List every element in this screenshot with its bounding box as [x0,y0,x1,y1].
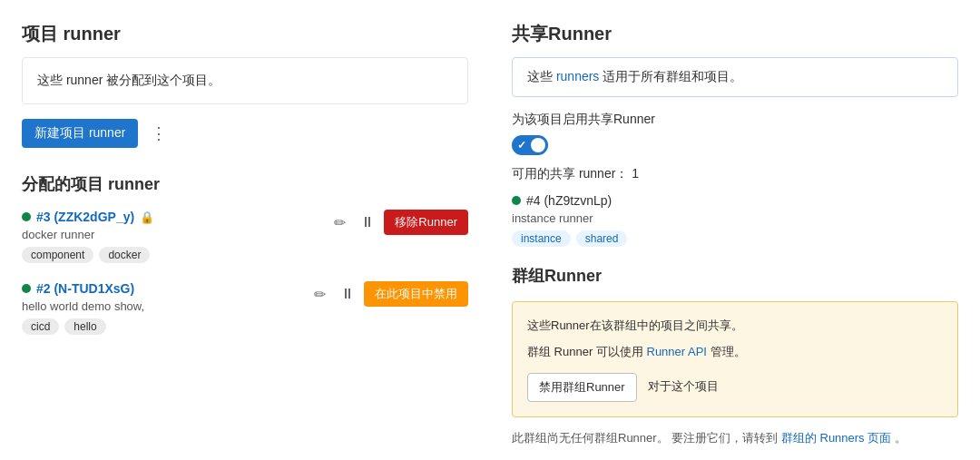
pause-runner-2-button[interactable]: ⏸ [335,282,360,306]
pause-runner-3-button[interactable]: ⏸ [355,210,380,234]
toggle-row: ✓ [512,135,958,155]
enable-shared-label: 为该项目启用共享Runner [512,112,958,128]
toggle-check-icon: ✓ [517,139,526,152]
runner-desc-2: hello world demo show, [22,299,309,313]
tag-shared: shared [576,230,628,247]
tag-instance: instance [512,230,571,247]
group-runner-warning-box: 这些Runner在该群组中的项目之间共享。 群组 Runner 可以使用 Run… [512,301,958,417]
shared-runner-item: #4 (hZ9tzvnLp) instance runner instance … [512,193,958,247]
runner-id-link-3[interactable]: #3 (ZZK2dGP_y) [36,210,134,224]
group-runner-line2: 群组 Runner 可以使用 Runner API 管理。 [527,343,943,362]
project-runner-info-box: 这些 runner 被分配到这个项目。 [22,57,468,104]
right-column: 共享Runner 这些 runners 适用于所有群组和项目。 为该项目启用共享… [512,22,958,446]
runner-left-3: #3 (ZZK2dGP_y) 🔒 docker runner component… [22,210,328,263]
group-runner-btn-row: 禁用群组Runner 对于这个项目 [527,373,943,402]
runner-item: #3 (ZZK2dGP_y) 🔒 docker runner component… [22,210,468,263]
remove-runner-3-button[interactable]: 移除Runner [384,210,468,235]
left-column: 项目 runner 这些 runner 被分配到这个项目。 新建项目 runne… [22,22,468,446]
tag-docker: docker [99,247,150,263]
group-runner-title: 群组Runner [512,265,958,287]
project-runner-desc: 这些 runner 被分配到这个项目。 [37,73,453,89]
more-options-button[interactable]: ⋮ [147,123,171,143]
available-label: 可用的共享 runner： [512,166,628,181]
footer-pre: 此群组尚无任何群组Runner。 要注册它们，请转到 [512,431,778,445]
disable-scope-label: 对于这个项目 [648,377,719,396]
group-runners-page-link[interactable]: 群组的 Runners 页面 [781,431,891,445]
shared-runner-suffix: 适用于所有群组和项目。 [603,69,742,83]
runner-tags-2: cicd hello [22,318,309,335]
group-runner-line1: 这些Runner在该群组中的项目之间共享。 [527,317,943,336]
status-dot-3 [22,212,31,221]
tag-hello: hello [64,318,105,335]
new-runner-button[interactable]: 新建项目 runner [22,119,138,148]
runner-actions-2: ✏ ⏸ 在此项目中禁用 [309,281,468,307]
shared-runner-link-text: 这些 [527,69,553,83]
runner-name-2: #2 (N-TUD1XsG) [22,281,309,296]
runner-id-link-2[interactable]: #2 (N-TUD1XsG) [36,281,134,296]
runner-actions-3: ✏ ⏸ 移除Runner [328,210,468,235]
runner-tags-3: component docker [22,247,328,263]
shared-runner-id: #4 (hZ9tzvnLp) [526,193,612,208]
disable-runner-2-button[interactable]: 在此项目中禁用 [364,281,468,307]
shared-runner-info-box: 这些 runners 适用于所有群组和项目。 [512,57,958,97]
disable-group-runner-button[interactable]: 禁用群组Runner [527,373,637,402]
footer-post: 。 [895,431,906,445]
edit-runner-2-button[interactable]: ✏ [309,282,331,307]
available-count-row: 可用的共享 runner： 1 [512,166,958,182]
tag-cicd: cicd [22,318,59,335]
tag-component: component [22,247,93,263]
runner-api-link[interactable]: Runner API [647,345,708,358]
runner-name-3: #3 (ZZK2dGP_y) 🔒 [22,210,328,224]
shared-status-dot [512,196,521,205]
runner-desc-3: docker runner [22,228,328,241]
runner-item-2: #2 (N-TUD1XsG) hello world demo show, ci… [22,281,468,335]
shared-runner-desc: instance runner [512,211,958,225]
shared-runner-title: 共享Runner [512,22,958,46]
group-runner-footer: 此群组尚无任何群组Runner。 要注册它们，请转到 群组的 Runners 页… [512,430,958,446]
runner-left-2: #2 (N-TUD1XsG) hello world demo show, ci… [22,281,309,335]
shared-runner-toggle[interactable]: ✓ [512,135,548,155]
shared-runner-link[interactable]: runners [556,69,599,83]
new-runner-row: 新建项目 runner ⋮ [22,119,468,148]
status-dot-2 [22,284,31,293]
shared-runner-tags: instance shared [512,230,958,247]
project-runner-title: 项目 runner [22,22,468,46]
shared-runner-name: #4 (hZ9tzvnLp) [512,193,958,208]
available-count: 1 [632,166,639,181]
lock-icon-3: 🔒 [140,210,154,224]
assigned-runners-title: 分配的项目 runner [22,173,468,195]
edit-runner-3-button[interactable]: ✏ [328,210,351,235]
group-runner-line2-pre: 群组 Runner 可以使用 [527,345,643,358]
shared-runner-left: #4 (hZ9tzvnLp) instance runner instance … [512,193,958,247]
group-runner-line2-post: 管理。 [710,345,746,358]
